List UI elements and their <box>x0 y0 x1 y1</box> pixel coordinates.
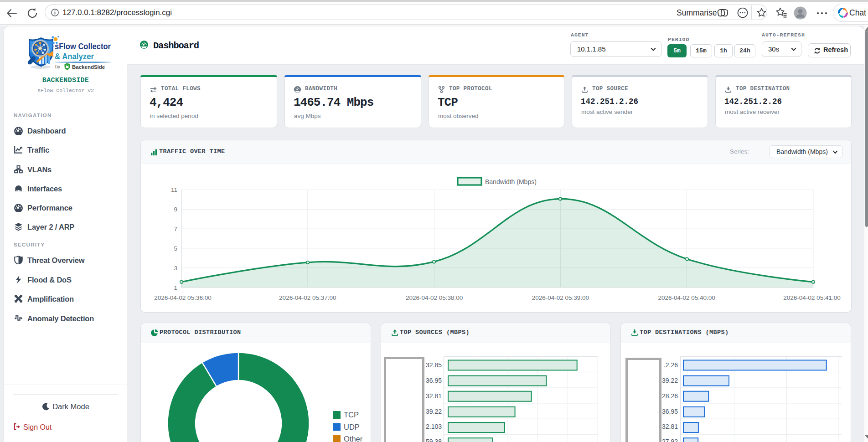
svg-text:59.38: 59.38 <box>426 438 442 442</box>
svg-text:32.81: 32.81 <box>662 423 678 430</box>
svg-text:5: 5 <box>174 245 177 252</box>
svg-text:.2.26: .2.26 <box>664 361 678 369</box>
svg-text:36.95: 36.95 <box>662 408 678 415</box>
svg-text:2026-04-02 05:41:00: 2026-04-02 05:41:00 <box>783 294 840 301</box>
svg-text:39.22: 39.22 <box>426 408 442 415</box>
svg-text:28.26: 28.26 <box>662 392 678 400</box>
svg-text:2026-04-02 05:39:00: 2026-04-02 05:39:00 <box>532 294 589 301</box>
svg-text:3: 3 <box>174 265 177 272</box>
svg-text:32.85: 32.85 <box>426 361 442 369</box>
svg-text:BackendSide: BackendSide <box>72 64 105 70</box>
svg-text:sFlow Collector: sFlow Collector <box>55 41 111 51</box>
svg-text:2026-04-02 05:38:00: 2026-04-02 05:38:00 <box>406 294 463 301</box>
svg-text:39.22: 39.22 <box>662 377 678 384</box>
svg-text:Bandwidth (Mbps): Bandwidth (Mbps) <box>485 178 537 185</box>
svg-text:36.95: 36.95 <box>426 377 442 384</box>
svg-text:2026-04-02 05:37:00: 2026-04-02 05:37:00 <box>279 294 336 301</box>
svg-text:2026-04-02 05:40:00: 2026-04-02 05:40:00 <box>658 294 715 301</box>
svg-text:9: 9 <box>174 206 177 213</box>
svg-text:UDP: UDP <box>344 423 360 431</box>
svg-text:by: by <box>55 64 61 69</box>
svg-text:11: 11 <box>171 186 177 193</box>
svg-text:7: 7 <box>174 226 177 232</box>
svg-text:TCP: TCP <box>344 411 359 419</box>
svg-text:& Analyzer: & Analyzer <box>55 51 94 61</box>
svg-text:2.103: 2.103 <box>426 423 442 430</box>
svg-text:Other: Other <box>344 435 363 442</box>
svg-text:2026-04-02 05:36:00: 2026-04-02 05:36:00 <box>154 294 211 301</box>
svg-text:32.81: 32.81 <box>426 392 442 400</box>
svg-text:27.92: 27.92 <box>662 438 678 442</box>
svg-text:1: 1 <box>174 284 177 291</box>
